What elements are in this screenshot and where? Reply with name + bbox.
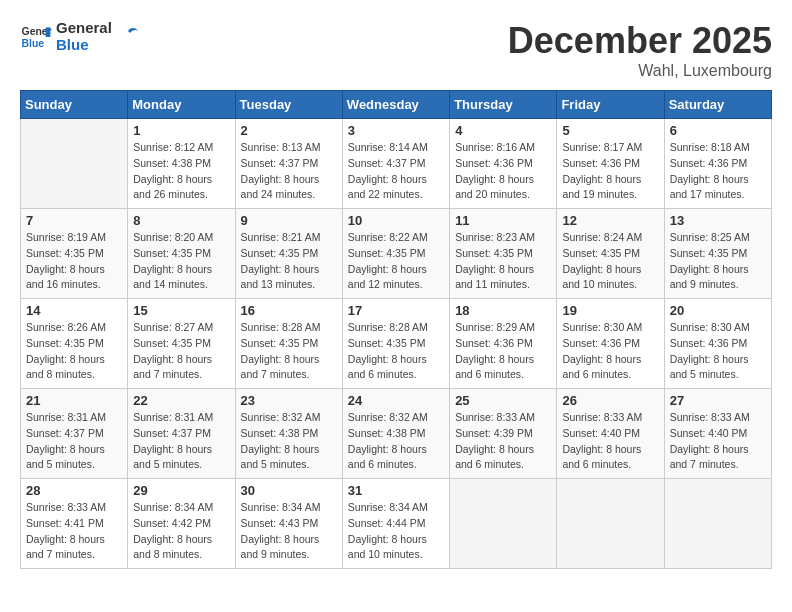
calendar-week-4: 28Sunrise: 8:33 AM Sunset: 4:41 PM Dayli…	[21, 479, 772, 569]
logo: General Blue General Blue	[20, 20, 140, 53]
day-number: 19	[562, 303, 658, 318]
calendar-cell	[664, 479, 771, 569]
day-number: 11	[455, 213, 551, 228]
day-header-saturday: Saturday	[664, 91, 771, 119]
day-info: Sunrise: 8:21 AM Sunset: 4:35 PM Dayligh…	[241, 230, 337, 293]
day-info: Sunrise: 8:14 AM Sunset: 4:37 PM Dayligh…	[348, 140, 444, 203]
day-header-wednesday: Wednesday	[342, 91, 449, 119]
day-info: Sunrise: 8:33 AM Sunset: 4:40 PM Dayligh…	[670, 410, 766, 473]
day-number: 28	[26, 483, 122, 498]
calendar-cell: 8Sunrise: 8:20 AM Sunset: 4:35 PM Daylig…	[128, 209, 235, 299]
day-number: 4	[455, 123, 551, 138]
day-header-sunday: Sunday	[21, 91, 128, 119]
day-number: 16	[241, 303, 337, 318]
location-subtitle: Wahl, Luxembourg	[508, 62, 772, 80]
calendar-cell: 2Sunrise: 8:13 AM Sunset: 4:37 PM Daylig…	[235, 119, 342, 209]
calendar-cell: 9Sunrise: 8:21 AM Sunset: 4:35 PM Daylig…	[235, 209, 342, 299]
calendar-cell: 27Sunrise: 8:33 AM Sunset: 4:40 PM Dayli…	[664, 389, 771, 479]
day-number: 22	[133, 393, 229, 408]
day-info: Sunrise: 8:12 AM Sunset: 4:38 PM Dayligh…	[133, 140, 229, 203]
day-info: Sunrise: 8:34 AM Sunset: 4:43 PM Dayligh…	[241, 500, 337, 563]
calendar-cell: 28Sunrise: 8:33 AM Sunset: 4:41 PM Dayli…	[21, 479, 128, 569]
calendar-body: 1Sunrise: 8:12 AM Sunset: 4:38 PM Daylig…	[21, 119, 772, 569]
calendar-cell: 5Sunrise: 8:17 AM Sunset: 4:36 PM Daylig…	[557, 119, 664, 209]
day-number: 26	[562, 393, 658, 408]
day-info: Sunrise: 8:18 AM Sunset: 4:36 PM Dayligh…	[670, 140, 766, 203]
day-info: Sunrise: 8:27 AM Sunset: 4:35 PM Dayligh…	[133, 320, 229, 383]
calendar-cell	[557, 479, 664, 569]
calendar-cell: 15Sunrise: 8:27 AM Sunset: 4:35 PM Dayli…	[128, 299, 235, 389]
day-number: 30	[241, 483, 337, 498]
day-number: 12	[562, 213, 658, 228]
day-number: 25	[455, 393, 551, 408]
calendar-cell: 31Sunrise: 8:34 AM Sunset: 4:44 PM Dayli…	[342, 479, 449, 569]
calendar-cell: 10Sunrise: 8:22 AM Sunset: 4:35 PM Dayli…	[342, 209, 449, 299]
day-info: Sunrise: 8:33 AM Sunset: 4:41 PM Dayligh…	[26, 500, 122, 563]
day-number: 9	[241, 213, 337, 228]
calendar-cell: 22Sunrise: 8:31 AM Sunset: 4:37 PM Dayli…	[128, 389, 235, 479]
day-info: Sunrise: 8:33 AM Sunset: 4:40 PM Dayligh…	[562, 410, 658, 473]
logo-icon: General Blue	[20, 21, 52, 53]
day-number: 17	[348, 303, 444, 318]
calendar-cell: 21Sunrise: 8:31 AM Sunset: 4:37 PM Dayli…	[21, 389, 128, 479]
day-number: 23	[241, 393, 337, 408]
day-number: 3	[348, 123, 444, 138]
day-info: Sunrise: 8:24 AM Sunset: 4:35 PM Dayligh…	[562, 230, 658, 293]
day-number: 31	[348, 483, 444, 498]
calendar-week-2: 14Sunrise: 8:26 AM Sunset: 4:35 PM Dayli…	[21, 299, 772, 389]
day-number: 10	[348, 213, 444, 228]
day-info: Sunrise: 8:17 AM Sunset: 4:36 PM Dayligh…	[562, 140, 658, 203]
day-number: 21	[26, 393, 122, 408]
calendar-header-row: SundayMondayTuesdayWednesdayThursdayFrid…	[21, 91, 772, 119]
day-info: Sunrise: 8:20 AM Sunset: 4:35 PM Dayligh…	[133, 230, 229, 293]
calendar-cell: 18Sunrise: 8:29 AM Sunset: 4:36 PM Dayli…	[450, 299, 557, 389]
calendar-cell	[450, 479, 557, 569]
day-info: Sunrise: 8:23 AM Sunset: 4:35 PM Dayligh…	[455, 230, 551, 293]
calendar-cell: 16Sunrise: 8:28 AM Sunset: 4:35 PM Dayli…	[235, 299, 342, 389]
month-year-title: December 2025	[508, 20, 772, 62]
day-number: 14	[26, 303, 122, 318]
calendar-cell: 29Sunrise: 8:34 AM Sunset: 4:42 PM Dayli…	[128, 479, 235, 569]
calendar-cell: 6Sunrise: 8:18 AM Sunset: 4:36 PM Daylig…	[664, 119, 771, 209]
day-info: Sunrise: 8:32 AM Sunset: 4:38 PM Dayligh…	[348, 410, 444, 473]
day-info: Sunrise: 8:16 AM Sunset: 4:36 PM Dayligh…	[455, 140, 551, 203]
calendar-cell: 17Sunrise: 8:28 AM Sunset: 4:35 PM Dayli…	[342, 299, 449, 389]
day-info: Sunrise: 8:31 AM Sunset: 4:37 PM Dayligh…	[26, 410, 122, 473]
day-info: Sunrise: 8:19 AM Sunset: 4:35 PM Dayligh…	[26, 230, 122, 293]
calendar-cell: 4Sunrise: 8:16 AM Sunset: 4:36 PM Daylig…	[450, 119, 557, 209]
calendar-cell: 11Sunrise: 8:23 AM Sunset: 4:35 PM Dayli…	[450, 209, 557, 299]
calendar-cell: 30Sunrise: 8:34 AM Sunset: 4:43 PM Dayli…	[235, 479, 342, 569]
day-info: Sunrise: 8:30 AM Sunset: 4:36 PM Dayligh…	[562, 320, 658, 383]
day-info: Sunrise: 8:30 AM Sunset: 4:36 PM Dayligh…	[670, 320, 766, 383]
title-area: December 2025 Wahl, Luxembourg	[508, 20, 772, 80]
day-info: Sunrise: 8:29 AM Sunset: 4:36 PM Dayligh…	[455, 320, 551, 383]
day-number: 29	[133, 483, 229, 498]
day-info: Sunrise: 8:25 AM Sunset: 4:35 PM Dayligh…	[670, 230, 766, 293]
day-info: Sunrise: 8:31 AM Sunset: 4:37 PM Dayligh…	[133, 410, 229, 473]
logo-bird-icon	[116, 25, 140, 49]
day-number: 5	[562, 123, 658, 138]
day-info: Sunrise: 8:26 AM Sunset: 4:35 PM Dayligh…	[26, 320, 122, 383]
day-number: 27	[670, 393, 766, 408]
day-info: Sunrise: 8:32 AM Sunset: 4:38 PM Dayligh…	[241, 410, 337, 473]
calendar-table: SundayMondayTuesdayWednesdayThursdayFrid…	[20, 90, 772, 569]
day-number: 13	[670, 213, 766, 228]
calendar-cell: 19Sunrise: 8:30 AM Sunset: 4:36 PM Dayli…	[557, 299, 664, 389]
day-header-tuesday: Tuesday	[235, 91, 342, 119]
day-header-monday: Monday	[128, 91, 235, 119]
day-number: 7	[26, 213, 122, 228]
calendar-week-3: 21Sunrise: 8:31 AM Sunset: 4:37 PM Dayli…	[21, 389, 772, 479]
day-number: 6	[670, 123, 766, 138]
day-header-thursday: Thursday	[450, 91, 557, 119]
calendar-cell: 24Sunrise: 8:32 AM Sunset: 4:38 PM Dayli…	[342, 389, 449, 479]
calendar-cell: 14Sunrise: 8:26 AM Sunset: 4:35 PM Dayli…	[21, 299, 128, 389]
header: General Blue General Blue December 2025 …	[20, 20, 772, 80]
day-number: 24	[348, 393, 444, 408]
day-info: Sunrise: 8:22 AM Sunset: 4:35 PM Dayligh…	[348, 230, 444, 293]
calendar-cell: 23Sunrise: 8:32 AM Sunset: 4:38 PM Dayli…	[235, 389, 342, 479]
day-number: 8	[133, 213, 229, 228]
day-number: 20	[670, 303, 766, 318]
day-info: Sunrise: 8:34 AM Sunset: 4:42 PM Dayligh…	[133, 500, 229, 563]
day-number: 1	[133, 123, 229, 138]
svg-text:Blue: Blue	[22, 37, 45, 48]
